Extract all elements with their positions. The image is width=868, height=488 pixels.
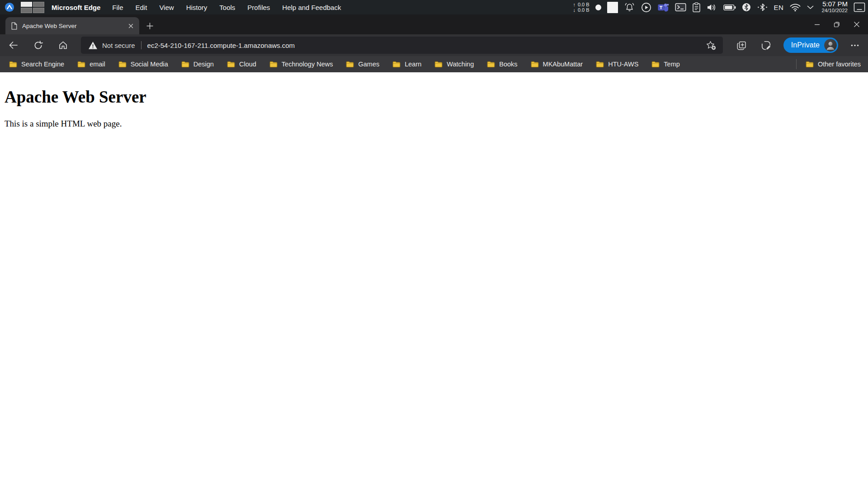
tab-title: Apache Web Server xyxy=(22,23,126,29)
folder-icon xyxy=(346,61,354,68)
favorite-folder-cloud[interactable]: Cloud xyxy=(227,61,256,68)
refresh-button[interactable] xyxy=(31,38,45,52)
activities-icon[interactable] xyxy=(5,2,14,12)
favorite-folder-mkabumattar[interactable]: MKAbuMattar xyxy=(531,61,583,68)
upload-rate: 0.0 B xyxy=(578,2,590,7)
volume-icon[interactable] xyxy=(707,3,717,12)
show-desktop-icon[interactable] xyxy=(854,2,865,12)
menu-file[interactable]: File xyxy=(112,4,123,11)
battery-icon[interactable] xyxy=(723,4,736,11)
folder-icon xyxy=(651,61,660,68)
screenshot-square-icon[interactable] xyxy=(607,2,618,13)
download-arrow-icon: ↓ xyxy=(573,7,576,13)
workspace-thumbnail[interactable] xyxy=(33,2,44,7)
favorite-folder-htu-aws[interactable]: HTU-AWS xyxy=(596,61,638,68)
home-button[interactable] xyxy=(56,38,70,52)
collections-icon[interactable] xyxy=(735,38,749,52)
inprivate-label: InPrivate xyxy=(791,41,820,49)
window-controls xyxy=(813,20,868,28)
window-close-button[interactable] xyxy=(853,20,861,28)
profile-avatar[interactable] xyxy=(824,39,837,52)
folder-icon xyxy=(596,61,604,68)
tab-close-icon[interactable] xyxy=(126,21,136,31)
workspace-thumbnail[interactable] xyxy=(21,8,32,13)
favorite-folder-search-engine[interactable]: Search Engine xyxy=(9,61,64,68)
favorites-separator xyxy=(796,59,797,69)
add-favorite-star-icon[interactable] xyxy=(702,38,720,52)
system-top-bar: Microsoft Edge File Edit View History To… xyxy=(0,0,868,14)
clock-indicator[interactable]: 5:07 PM 24/10/2022 xyxy=(821,1,848,14)
keyboard-language-indicator[interactable]: EN xyxy=(774,4,784,11)
favorites-bar: Search Engine email Social Media Design xyxy=(0,56,868,72)
wifi-icon[interactable] xyxy=(789,3,801,12)
other-favorites-folder[interactable]: Other favorites xyxy=(806,61,861,68)
address-separator xyxy=(141,41,142,49)
favorite-folder-social-media[interactable]: Social Media xyxy=(118,61,168,68)
web-page-content: Apache Web Server This is a simple HTML … xyxy=(0,72,868,488)
security-status-label[interactable]: Not secure xyxy=(102,42,135,49)
folder-icon xyxy=(227,61,235,68)
clock-date: 24/10/2022 xyxy=(821,7,848,14)
menu-view[interactable]: View xyxy=(159,4,174,11)
window-restore-button[interactable] xyxy=(833,20,841,28)
folder-icon xyxy=(9,61,17,68)
favorite-folder-design[interactable]: Design xyxy=(181,61,214,68)
settings-and-more-icon[interactable] xyxy=(848,38,862,52)
record-dot-icon[interactable] xyxy=(595,5,601,10)
folder-icon xyxy=(806,61,814,68)
page-paragraph: This is a simple HTML web page. xyxy=(5,119,863,129)
play-media-icon[interactable] xyxy=(641,2,651,13)
teams-icon[interactable] xyxy=(657,2,669,13)
favorite-folder-books[interactable]: Books xyxy=(487,61,517,68)
terminal-icon[interactable] xyxy=(675,3,686,12)
notification-bell-icon[interactable] xyxy=(624,2,635,12)
folder-icon xyxy=(77,61,85,68)
global-app-title: Microsoft Edge xyxy=(52,4,100,11)
favorite-folder-temp[interactable]: Temp xyxy=(651,61,679,68)
web-capture-icon[interactable] xyxy=(759,38,774,52)
menu-tools[interactable]: Tools xyxy=(219,4,235,11)
bluetooth-connected-icon[interactable] xyxy=(757,3,768,12)
inprivate-badge[interactable]: InPrivate xyxy=(783,38,838,53)
workspace-thumbnail-active[interactable] xyxy=(21,2,32,7)
workspace-thumbnail[interactable] xyxy=(33,8,44,13)
not-secure-warning-icon[interactable] xyxy=(88,41,98,50)
new-tab-button[interactable] xyxy=(143,19,156,33)
address-bar[interactable]: Not secure ec2-54-210-167-211.compute-1.… xyxy=(81,37,723,54)
tab-apache-web-server[interactable]: Apache Web Server xyxy=(5,17,139,34)
browser-toolbar: Not secure ec2-54-210-167-211.compute-1.… xyxy=(0,34,868,56)
favorite-folder-watching[interactable]: Watching xyxy=(434,61,474,68)
menu-edit[interactable]: Edit xyxy=(136,4,147,11)
window-minimize-button[interactable] xyxy=(813,20,821,28)
folder-icon xyxy=(531,61,539,68)
network-speed-indicator[interactable]: ↑ ↓ 0.0 B 0.0 B xyxy=(573,2,589,13)
download-rate: 0.0 B xyxy=(578,7,590,13)
folder-icon xyxy=(118,61,127,68)
back-button[interactable] xyxy=(6,38,20,52)
clipboard-icon[interactable] xyxy=(692,2,701,13)
folder-icon xyxy=(487,61,495,68)
bluetooth-circle-icon[interactable] xyxy=(742,3,751,12)
favorite-folder-email[interactable]: email xyxy=(77,61,105,68)
folder-icon xyxy=(269,61,278,68)
workspace-switcher[interactable] xyxy=(21,2,44,13)
menu-help-and-feedback[interactable]: Help and Feedback xyxy=(282,4,341,11)
folder-icon xyxy=(181,61,189,68)
desktop-screen: Microsoft Edge File Edit View History To… xyxy=(0,0,868,488)
page-heading: Apache Web Server xyxy=(5,87,863,107)
system-tray: ↑ ↓ 0.0 B 0.0 B xyxy=(573,1,865,14)
menu-history[interactable]: History xyxy=(186,4,208,11)
upload-arrow-icon: ↑ xyxy=(573,2,576,7)
tab-strip: Apache Web Server xyxy=(0,14,868,34)
url-text[interactable]: ec2-54-210-167-211.compute-1.amazonaws.c… xyxy=(147,42,295,49)
tray-expand-chevron-icon[interactable] xyxy=(807,5,814,9)
global-menu-bar: File Edit View History Tools Profiles He… xyxy=(112,4,341,11)
clock-time: 5:07 PM xyxy=(821,1,848,7)
folder-icon xyxy=(434,61,443,68)
menu-profiles[interactable]: Profiles xyxy=(247,4,270,11)
folder-icon xyxy=(392,61,401,68)
page-document-icon xyxy=(11,22,18,30)
favorite-folder-learn[interactable]: Learn xyxy=(392,61,421,68)
favorite-folder-technology-news[interactable]: Technology News xyxy=(269,61,333,68)
favorite-folder-games[interactable]: Games xyxy=(346,61,379,68)
